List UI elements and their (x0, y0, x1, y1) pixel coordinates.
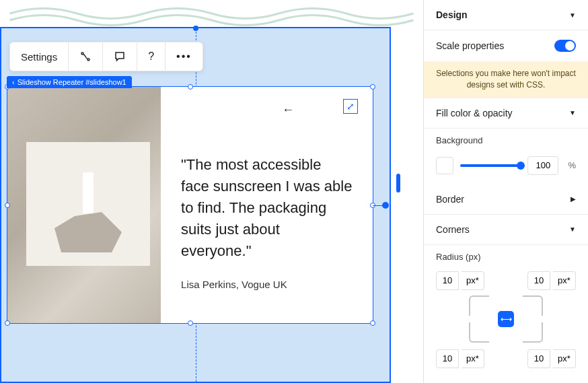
scale-label: Scale properties (436, 40, 504, 51)
radius-bl[interactable]: 10 (436, 349, 484, 368)
slide-selection[interactable]: ← ⤢ "The most accessible face sunscreen … (7, 86, 373, 324)
css-warning: Selections you make here won't impact de… (424, 61, 588, 98)
extend-handle[interactable] (382, 202, 389, 209)
link-icon: ⟷ (501, 314, 512, 324)
radius-controls: 10 10 ⟷ 10 10 (424, 269, 588, 383)
scale-toggle[interactable] (554, 40, 576, 52)
chevron-right-icon: ▶ (571, 195, 576, 203)
background-label: Background (424, 129, 588, 152)
arrow-left-icon[interactable]: ← (282, 103, 294, 117)
resize-handle[interactable] (370, 320, 375, 326)
border-label: Border (436, 194, 464, 205)
element-tag[interactable]: ‹ Slideshow Repeater #slideshow1 (7, 76, 132, 88)
design-label: Design (436, 9, 468, 20)
comment-button[interactable] (103, 42, 137, 71)
help-button[interactable]: ? (137, 42, 166, 71)
resize-handle[interactable] (188, 84, 193, 90)
opacity-input[interactable] (527, 156, 558, 175)
chevron-down-icon: ▼ (569, 109, 576, 116)
radius-tl[interactable]: 10 (436, 271, 484, 290)
opacity-unit: % (568, 160, 576, 170)
corner-diagram: ⟷ (469, 295, 543, 343)
radius-br[interactable]: 10 (527, 349, 576, 368)
slider-thumb[interactable] (517, 162, 525, 170)
slide-content[interactable]: ← ⤢ "The most accessible face sunscreen … (7, 87, 373, 323)
author-text: Lisa Perkins, Vogue UK (181, 279, 353, 290)
floating-toolbar: Settings ? ••• (9, 42, 203, 71)
tag-label: Slideshow Repeater #slideshow1 (17, 78, 126, 86)
animation-button[interactable] (69, 42, 103, 71)
corners-section-header[interactable]: Corners ▼ (424, 215, 588, 245)
radius-label: Radius (px) (424, 245, 588, 269)
radius-tr[interactable]: 10 (527, 271, 576, 290)
slide-image-area (7, 87, 161, 323)
resize-handle[interactable] (370, 84, 375, 90)
background-decor (0, 0, 423, 27)
expand-button[interactable]: ⤢ (343, 99, 358, 114)
editor-canvas[interactable]: Settings ? ••• ‹ Slideshow Repeater #sli… (0, 0, 423, 383)
product-tube (83, 176, 94, 213)
design-section-header[interactable]: Design ▼ (424, 0, 588, 30)
opacity-slider[interactable] (460, 164, 521, 167)
background-controls: % (424, 152, 588, 184)
help-icon: ? (148, 50, 154, 63)
color-swatch[interactable] (436, 157, 453, 174)
expand-icon: ⤢ (346, 101, 355, 112)
fill-label: Fill color & opacity (436, 108, 513, 118)
chevron-down-icon: ▼ (569, 225, 576, 233)
more-button[interactable]: ••• (166, 42, 203, 71)
rock-shape (54, 212, 122, 252)
resize-handle[interactable] (188, 320, 193, 326)
svg-point-0 (81, 53, 83, 55)
design-panel: Design ▼ Scale properties Selections you… (423, 0, 588, 383)
chevron-left-icon: ‹ (12, 78, 15, 86)
scale-row: Scale properties (424, 30, 588, 61)
corners-label: Corners (436, 224, 470, 235)
link-corners-button[interactable]: ⟷ (498, 311, 514, 327)
resize-handle[interactable] (5, 320, 10, 326)
border-section-header[interactable]: Border ▶ (424, 184, 588, 215)
slide-text-area: ← ⤢ "The most accessible face sunscreen … (161, 87, 373, 323)
fill-section-header[interactable]: Fill color & opacity ▼ (424, 98, 588, 129)
canvas-scrollbar[interactable] (396, 174, 400, 193)
chevron-down-icon: ▼ (569, 11, 576, 19)
resize-handle[interactable] (5, 203, 10, 208)
more-icon: ••• (176, 50, 192, 63)
settings-button[interactable]: Settings (10, 42, 69, 71)
product-image (26, 142, 150, 266)
svg-point-1 (87, 59, 89, 61)
settings-label: Settings (21, 51, 57, 63)
quote-text: "The most accessible face sunscreen I wa… (181, 154, 353, 261)
